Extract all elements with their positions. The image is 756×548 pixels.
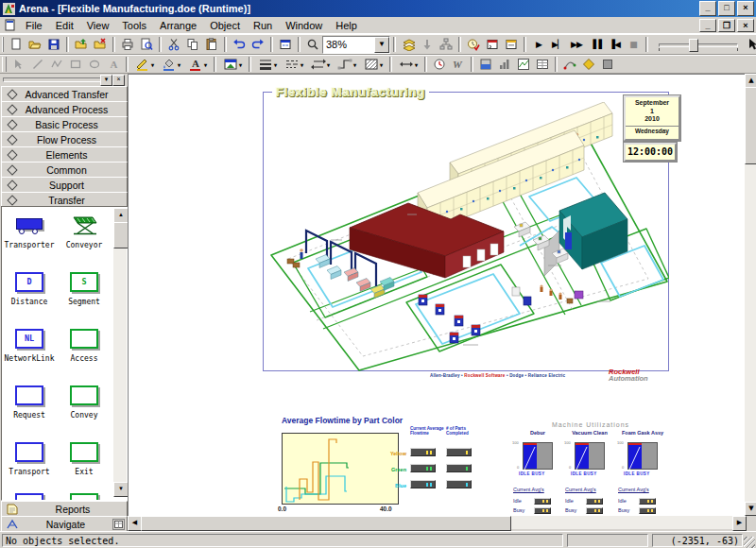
menu-help[interactable]: Help — [329, 19, 364, 32]
template-item-partial[interactable] — [4, 488, 55, 501]
child-minimize-button[interactable]: _ — [699, 19, 716, 32]
command-window-button[interactable] — [483, 36, 502, 53]
vertical-scrollbar[interactable]: ▲ ▼ — [745, 74, 756, 516]
template-item-transporter[interactable]: Transporter — [4, 211, 55, 249]
line-tool-button[interactable] — [28, 56, 47, 73]
watch-button[interactable] — [464, 36, 483, 53]
copy-button[interactable] — [183, 36, 202, 53]
scroll-thumb[interactable] — [113, 222, 129, 248]
panel-navigate[interactable]: Navigate — [1, 516, 128, 532]
template-item-access[interactable]: Access — [59, 324, 110, 363]
child-close-button[interactable]: × — [737, 19, 754, 32]
rect-tool-button[interactable] — [66, 56, 85, 73]
panel-elements[interactable]: Elements — [1, 146, 128, 163]
menu-arrange[interactable]: Arrange — [153, 19, 203, 32]
zoom-combo[interactable]: 38% ▼ — [322, 36, 390, 54]
horizontal-scrollbar[interactable]: ◀ ▶ — [128, 516, 745, 529]
toolbar-grip2[interactable] — [2, 57, 7, 72]
template-item-partial[interactable] — [59, 488, 110, 501]
scroll-down-icon[interactable]: ▼ — [113, 482, 129, 497]
select-tool-button[interactable] — [9, 56, 28, 73]
animate-level-button[interactable] — [476, 56, 495, 73]
toolbar-grip[interactable] — [2, 37, 4, 52]
fill-pattern-button[interactable]: ▾ — [360, 56, 387, 73]
template-item-transport[interactable]: Transport — [4, 437, 55, 476]
speed-slider-thumb[interactable] — [689, 39, 698, 52]
speed-slider[interactable] — [655, 37, 742, 52]
template-item-distance[interactable]: D Distance — [4, 267, 55, 306]
template-scrollbar[interactable]: ▲ ▼ — [113, 208, 127, 497]
expression-window-button[interactable] — [276, 36, 295, 53]
scroll-up-icon[interactable]: ▲ — [113, 208, 129, 223]
navigate-options-icon[interactable] — [112, 519, 125, 530]
redo-button[interactable] — [249, 36, 267, 53]
undo-button[interactable] — [230, 36, 249, 53]
menu-run[interactable]: Run — [247, 19, 279, 32]
panel-flow-process[interactable]: Flow Process — [1, 131, 128, 147]
window-background-button[interactable]: ▾ — [219, 56, 246, 73]
ellipse-tool-button[interactable] — [85, 56, 104, 73]
menu-view[interactable]: View — [80, 19, 116, 32]
template-item-conveyor[interactable]: Conveyor — [59, 211, 110, 249]
text-color-button[interactable]: A▾ — [184, 56, 211, 73]
panel-advanced-transfer[interactable]: Advanced Transfer — [1, 86, 128, 102]
step-button[interactable]: ▶▏ — [548, 36, 567, 53]
animate-route-button[interactable] — [560, 56, 579, 73]
spacing-button[interactable]: ▾ — [395, 56, 421, 73]
close-button[interactable]: × — [737, 1, 754, 16]
layers-button[interactable] — [399, 36, 418, 53]
paste-button[interactable] — [202, 36, 221, 53]
template-item-exit[interactable]: Exit — [59, 437, 110, 476]
fill-color-button[interactable]: ▾ — [158, 56, 184, 73]
break-window-button[interactable] — [502, 36, 521, 53]
arrow-style-button[interactable]: ▾ — [307, 56, 334, 73]
project-bar-close-icon[interactable]: × — [112, 75, 125, 86]
zoom-combo-arrow-icon[interactable]: ▼ — [374, 37, 389, 53]
print-button[interactable] — [118, 36, 137, 53]
panel-reports[interactable]: Reports — [1, 501, 128, 517]
connector-style-button[interactable]: ▾ — [334, 56, 360, 73]
animate-storage-button[interactable] — [598, 56, 617, 73]
line-width-button[interactable]: ▾ — [254, 56, 281, 73]
line-style-button[interactable]: ▾ — [281, 56, 307, 73]
zoom-button[interactable] — [303, 36, 322, 53]
scroll-down-icon[interactable]: ▼ — [745, 502, 756, 516]
scroll-thumb[interactable] — [745, 87, 756, 164]
animate-variable-button[interactable]: W — [449, 56, 468, 73]
print-preview-button[interactable] — [137, 36, 156, 53]
scroll-thumb[interactable] — [141, 516, 511, 531]
scroll-left-icon[interactable]: ◀ — [128, 516, 142, 531]
scroll-up-icon[interactable]: ▲ — [745, 74, 756, 88]
scroll-right-icon[interactable]: ▶ — [732, 516, 747, 531]
panel-advanced-process[interactable]: Advanced Process — [1, 101, 128, 117]
menu-file[interactable]: File — [19, 19, 49, 32]
child-restore-button[interactable]: ❐ — [718, 19, 735, 32]
animate-resource-button[interactable] — [579, 56, 598, 73]
menu-object[interactable]: Object — [203, 19, 247, 32]
context-help-button[interactable]: ? — [746, 36, 756, 53]
line-color-button[interactable]: ▾ — [131, 56, 158, 73]
panel-common[interactable]: Common — [1, 162, 128, 178]
animate-histogram-button[interactable] — [495, 56, 514, 73]
run-button[interactable]: ▶ — [529, 36, 548, 53]
minimize-button[interactable]: _ — [699, 1, 716, 16]
resize-grip[interactable] — [744, 537, 755, 548]
submodel-down-button[interactable] — [418, 36, 437, 53]
connect-tree-button[interactable] — [437, 36, 455, 53]
animate-scoreboard-button[interactable] — [533, 56, 552, 73]
title-bar[interactable]: Arena - [Flexible Manufacturing.doe (Run… — [0, 0, 756, 17]
panel-support[interactable]: Support — [1, 177, 128, 193]
document-icon[interactable] — [4, 19, 16, 31]
template-item-segment[interactable]: S Segment — [59, 267, 110, 306]
template-item-networklink[interactable]: NL NetworkLink — [4, 324, 55, 363]
panel-basic-process[interactable]: Basic Process — [1, 116, 128, 132]
new-button[interactable] — [7, 36, 26, 53]
template-item-convey[interactable]: Convey — [59, 381, 110, 420]
menu-edit[interactable]: Edit — [49, 19, 80, 32]
template-item-request[interactable]: Request — [4, 381, 55, 420]
polyline-tool-button[interactable] — [47, 56, 66, 73]
fast-forward-button[interactable]: ▶▶ — [567, 36, 586, 53]
stop-button[interactable]: ■ — [624, 36, 643, 53]
open-button[interactable] — [26, 36, 44, 53]
template-attach-button[interactable] — [72, 36, 91, 53]
